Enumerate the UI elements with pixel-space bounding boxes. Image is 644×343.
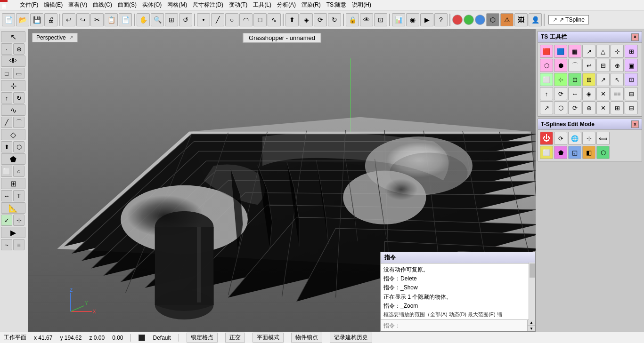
ts-btn-14[interactable]: ▣ bbox=[625, 59, 638, 72]
extrude2-btn[interactable]: ⬆ bbox=[1, 141, 12, 152]
surface-btn[interactable]: ◇ bbox=[1, 129, 25, 140]
ts-btn-7[interactable]: ⊞ bbox=[625, 45, 638, 58]
ts-btn-34[interactable]: ⊞ bbox=[611, 101, 624, 114]
mesh-btn[interactable]: ⊞ bbox=[1, 178, 25, 189]
ts-edit-close[interactable]: × bbox=[631, 120, 639, 128]
sel-all-btn[interactable]: ⊕ bbox=[13, 43, 24, 55]
ts-edit-face-btn[interactable]: ⬟ bbox=[554, 146, 567, 159]
ts-edit-power-btn[interactable]: ⏻ bbox=[540, 132, 553, 145]
material-btn[interactable]: ◉ bbox=[406, 13, 419, 26]
pan-btn[interactable]: ✋ bbox=[137, 13, 150, 26]
ts-btn-11[interactable]: ↩ bbox=[582, 59, 595, 72]
sphere-red-btn[interactable] bbox=[452, 15, 463, 25]
render-btn[interactable]: ▶ bbox=[420, 13, 433, 26]
menu-item-13[interactable]: 说明(H) bbox=[349, 0, 374, 10]
new-btn[interactable]: 📄 bbox=[2, 13, 15, 26]
menu-item-9[interactable]: 工具(L) bbox=[250, 0, 274, 10]
zoom-extent-btn[interactable]: ⊞ bbox=[165, 13, 178, 26]
ts-edit-sym-btn[interactable]: ⬡ bbox=[596, 146, 610, 159]
extrude-btn[interactable]: ⬆ bbox=[285, 13, 299, 26]
misc1-btn[interactable]: ~ bbox=[1, 239, 12, 250]
open-btn[interactable]: 📂 bbox=[16, 13, 29, 26]
misc2-btn[interactable]: ≡ bbox=[13, 239, 24, 250]
cmd-scroll-thumb[interactable] bbox=[530, 263, 535, 278]
ts-btn-24[interactable]: ↔ bbox=[568, 87, 581, 100]
ts-btn-20[interactable]: ↖ bbox=[611, 73, 624, 86]
history-btn-status[interactable]: 记录建构历史 bbox=[330, 333, 372, 343]
ts-btn-1[interactable]: 🟥 bbox=[540, 45, 553, 58]
loft2-btn[interactable]: ⬡ bbox=[13, 141, 24, 152]
menu-item-0[interactable]: 文件(F) bbox=[17, 0, 41, 10]
menu-item-3[interactable]: 曲线(C) bbox=[90, 0, 115, 10]
lock-btn[interactable]: 🔒 bbox=[346, 13, 359, 26]
ts-btn-33[interactable]: ✕ bbox=[596, 101, 610, 114]
curve2-btn[interactable]: ∿ bbox=[1, 104, 25, 116]
ts-btn-3[interactable]: ▦ bbox=[568, 45, 581, 58]
analysis-btn[interactable]: 📐 bbox=[1, 202, 25, 214]
group-btn[interactable]: ⊡ bbox=[374, 13, 387, 26]
planar-btn-status[interactable]: 平面模式 bbox=[253, 333, 284, 343]
menu-item-5[interactable]: 实体(O) bbox=[139, 0, 164, 10]
ts-btn-19[interactable]: ↗ bbox=[596, 73, 610, 86]
btn-img2[interactable]: 👤 bbox=[529, 13, 542, 26]
view-btn[interactable]: 👁 bbox=[1, 56, 25, 67]
cut-btn[interactable]: ✂ bbox=[90, 13, 104, 26]
ts-edit-vertex-btn[interactable]: ◧ bbox=[582, 146, 595, 159]
layer-btn[interactable]: 📊 bbox=[392, 13, 405, 26]
arc-btn[interactable]: ◠ bbox=[239, 13, 253, 26]
command-input[interactable] bbox=[381, 321, 527, 330]
sphere-green-btn[interactable] bbox=[464, 15, 474, 25]
menu-item-12[interactable]: TS:随意 bbox=[324, 0, 350, 10]
ts-edit-pts-btn[interactable]: ⊹ bbox=[582, 132, 595, 145]
rotate2-btn[interactable]: ↻ bbox=[13, 92, 24, 104]
ts-edit-rotate-btn[interactable]: ⟳ bbox=[554, 132, 567, 145]
sweep-btn[interactable]: ⟳ bbox=[314, 13, 327, 26]
print-btn[interactable]: 🖨 bbox=[44, 13, 57, 26]
revolve-btn[interactable]: ↻ bbox=[328, 13, 341, 26]
line2-btn[interactable]: ╱ bbox=[1, 117, 12, 128]
ts-btn-21[interactable]: ⊡ bbox=[625, 73, 638, 86]
snap-btn-status[interactable]: 锁定格点 bbox=[187, 333, 218, 343]
side-btn[interactable]: ▭ bbox=[13, 68, 24, 79]
ts-btn-26[interactable]: ✕ bbox=[596, 87, 610, 100]
dim-btn[interactable]: ↔ bbox=[1, 190, 12, 201]
redo-btn[interactable]: ↪ bbox=[76, 13, 90, 26]
box-btn[interactable]: ⬜ bbox=[1, 166, 12, 177]
point-btn[interactable]: • bbox=[197, 13, 210, 26]
ts-btn-2[interactable]: 🟦 bbox=[554, 45, 567, 58]
ts-btn-5[interactable]: △ bbox=[596, 45, 610, 58]
menu-item-7[interactable]: 尺寸标注(D) bbox=[190, 0, 226, 10]
pts-btn[interactable]: · bbox=[1, 43, 12, 55]
ts-btn-17[interactable]: ⊡ bbox=[568, 73, 581, 86]
ts-btn-9[interactable]: ⬢ bbox=[554, 59, 567, 72]
text-btn[interactable]: T bbox=[13, 190, 24, 201]
ortho-btn-status[interactable]: 正交 bbox=[225, 333, 245, 343]
viewport[interactable]: Perspective ↗ Grasshopper - unnamed bbox=[28, 29, 536, 332]
ts-edit-box-btn[interactable]: ⬜ bbox=[540, 146, 553, 159]
ts-btn-16[interactable]: ⊹ bbox=[554, 73, 567, 86]
ts-btn-30[interactable]: ⬡ bbox=[554, 101, 567, 114]
ts-btn-8[interactable]: ⬡ bbox=[540, 59, 553, 72]
cmd-scroll-down[interactable]: ▼ bbox=[528, 326, 535, 331]
hide-btn[interactable]: 👁 bbox=[360, 13, 373, 26]
save-btn[interactable]: 💾 bbox=[30, 13, 43, 26]
snap-btn[interactable]: ✓ bbox=[1, 215, 12, 226]
btn-misc2[interactable]: ⚠ bbox=[500, 13, 514, 26]
ts-edit-globe-btn[interactable]: 🌐 bbox=[568, 132, 581, 145]
sphere-blue-btn[interactable] bbox=[475, 15, 485, 25]
ts-btn-15[interactable]: ⬜ bbox=[540, 73, 553, 86]
tspline-label[interactable]: ↗ ↗ TSpline bbox=[548, 15, 589, 24]
menu-item-6[interactable]: 网格(M) bbox=[164, 0, 190, 10]
menu-item-10[interactable]: 分析(A) bbox=[274, 0, 299, 10]
ts-edit-expand-btn[interactable]: ⟺ bbox=[596, 132, 610, 145]
loft-btn[interactable]: ◈ bbox=[300, 13, 313, 26]
move-btn[interactable]: ↑ bbox=[1, 92, 12, 104]
line-btn[interactable]: ╱ bbox=[211, 13, 224, 26]
osnap-btn-status[interactable]: 物件锁点 bbox=[291, 333, 322, 343]
ts-btn-10[interactable]: ⌒ bbox=[568, 59, 581, 72]
ts-toolbar-close[interactable]: × bbox=[631, 33, 639, 41]
front-btn[interactable]: □ bbox=[1, 68, 12, 79]
ts-btn-31[interactable]: ⟳ bbox=[568, 101, 581, 114]
rotate-btn[interactable]: ↺ bbox=[179, 13, 192, 26]
cmd-scroll-up[interactable]: ▲ bbox=[528, 320, 535, 326]
